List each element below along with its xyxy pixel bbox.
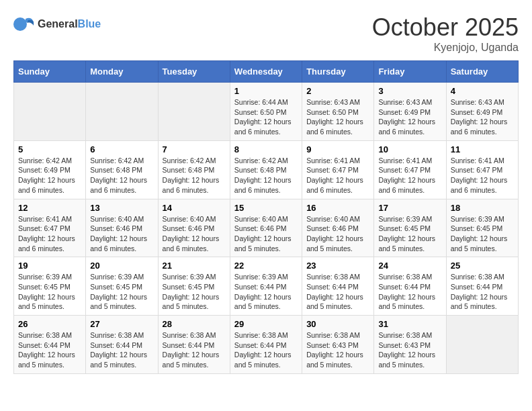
svg-point-0 bbox=[13, 17, 27, 31]
calendar-cell: 5Sunrise: 6:42 AM Sunset: 6:49 PM Daylig… bbox=[14, 140, 86, 199]
day-number: 11 bbox=[451, 144, 514, 154]
calendar-table: SundayMondayTuesdayWednesdayThursdayFrid… bbox=[13, 60, 519, 374]
day-number: 24 bbox=[378, 261, 441, 271]
calendar-cell: 30Sunrise: 6:38 AM Sunset: 6:43 PM Dayli… bbox=[302, 316, 374, 374]
calendar-week-row: 19Sunrise: 6:39 AM Sunset: 6:45 PM Dayli… bbox=[14, 257, 519, 316]
calendar-cell bbox=[14, 83, 86, 141]
calendar-cell: 21Sunrise: 6:39 AM Sunset: 6:45 PM Dayli… bbox=[158, 257, 230, 316]
calendar-cell: 13Sunrise: 6:40 AM Sunset: 6:46 PM Dayli… bbox=[86, 199, 158, 257]
day-number: 7 bbox=[163, 144, 226, 154]
day-number: 20 bbox=[90, 261, 153, 271]
day-info: Sunrise: 6:39 AM Sunset: 6:45 PM Dayligh… bbox=[90, 272, 153, 312]
weekday-header-thursday: Thursday bbox=[302, 61, 374, 83]
calendar-cell: 4Sunrise: 6:43 AM Sunset: 6:49 PM Daylig… bbox=[446, 83, 518, 141]
day-number: 5 bbox=[18, 144, 81, 154]
day-info: Sunrise: 6:41 AM Sunset: 6:47 PM Dayligh… bbox=[306, 156, 369, 195]
weekday-header-monday: Monday bbox=[86, 61, 158, 83]
calendar-cell: 10Sunrise: 6:41 AM Sunset: 6:47 PM Dayli… bbox=[374, 140, 446, 199]
day-info: Sunrise: 6:38 AM Sunset: 6:44 PM Dayligh… bbox=[451, 272, 514, 312]
calendar-cell: 20Sunrise: 6:39 AM Sunset: 6:45 PM Dayli… bbox=[86, 257, 158, 316]
calendar-cell: 27Sunrise: 6:38 AM Sunset: 6:44 PM Dayli… bbox=[86, 316, 158, 374]
calendar-cell: 9Sunrise: 6:41 AM Sunset: 6:47 PM Daylig… bbox=[302, 140, 374, 199]
calendar-week-row: 5Sunrise: 6:42 AM Sunset: 6:49 PM Daylig… bbox=[14, 140, 519, 199]
day-info: Sunrise: 6:43 AM Sunset: 6:50 PM Dayligh… bbox=[306, 97, 369, 137]
weekday-header-wednesday: Wednesday bbox=[230, 61, 302, 83]
calendar-week-row: 26Sunrise: 6:38 AM Sunset: 6:44 PM Dayli… bbox=[14, 316, 519, 374]
calendar-week-row: 1Sunrise: 6:44 AM Sunset: 6:50 PM Daylig… bbox=[14, 83, 519, 141]
calendar-cell: 24Sunrise: 6:38 AM Sunset: 6:44 PM Dayli… bbox=[374, 257, 446, 316]
title-section: October 2025 Kyenjojo, Uganda bbox=[372, 13, 519, 54]
calendar-cell bbox=[86, 83, 158, 141]
calendar-cell: 2Sunrise: 6:43 AM Sunset: 6:50 PM Daylig… bbox=[302, 83, 374, 141]
calendar-cell bbox=[446, 316, 518, 374]
day-info: Sunrise: 6:38 AM Sunset: 6:44 PM Dayligh… bbox=[18, 330, 81, 370]
calendar-cell: 29Sunrise: 6:38 AM Sunset: 6:44 PM Dayli… bbox=[230, 316, 302, 374]
day-info: Sunrise: 6:38 AM Sunset: 6:44 PM Dayligh… bbox=[163, 330, 226, 370]
day-number: 1 bbox=[234, 86, 298, 96]
day-number: 15 bbox=[234, 203, 298, 213]
calendar-cell: 26Sunrise: 6:38 AM Sunset: 6:44 PM Dayli… bbox=[14, 316, 86, 374]
day-info: Sunrise: 6:44 AM Sunset: 6:50 PM Dayligh… bbox=[234, 97, 298, 137]
day-info: Sunrise: 6:40 AM Sunset: 6:46 PM Dayligh… bbox=[234, 214, 298, 254]
day-info: Sunrise: 6:39 AM Sunset: 6:45 PM Dayligh… bbox=[18, 272, 81, 312]
day-info: Sunrise: 6:40 AM Sunset: 6:46 PM Dayligh… bbox=[306, 214, 369, 254]
day-number: 2 bbox=[306, 86, 369, 96]
day-number: 16 bbox=[306, 203, 369, 213]
calendar-cell: 17Sunrise: 6:39 AM Sunset: 6:45 PM Dayli… bbox=[374, 199, 446, 257]
day-number: 9 bbox=[306, 144, 369, 154]
logo-icon bbox=[13, 13, 35, 35]
calendar-cell: 14Sunrise: 6:40 AM Sunset: 6:46 PM Dayli… bbox=[158, 199, 230, 257]
calendar-cell: 31Sunrise: 6:38 AM Sunset: 6:43 PM Dayli… bbox=[374, 316, 446, 374]
day-number: 3 bbox=[378, 86, 441, 96]
day-number: 4 bbox=[451, 86, 514, 96]
day-number: 21 bbox=[163, 261, 226, 271]
day-info: Sunrise: 6:43 AM Sunset: 6:49 PM Dayligh… bbox=[378, 97, 441, 137]
month-title: October 2025 bbox=[372, 13, 519, 42]
location-title: Kyenjojo, Uganda bbox=[372, 42, 519, 54]
day-number: 6 bbox=[90, 144, 153, 154]
weekday-header-row: SundayMondayTuesdayWednesdayThursdayFrid… bbox=[14, 61, 519, 83]
calendar-cell: 1Sunrise: 6:44 AM Sunset: 6:50 PM Daylig… bbox=[230, 83, 302, 141]
day-info: Sunrise: 6:42 AM Sunset: 6:48 PM Dayligh… bbox=[163, 156, 226, 195]
calendar-week-row: 12Sunrise: 6:41 AM Sunset: 6:47 PM Dayli… bbox=[14, 199, 519, 257]
day-info: Sunrise: 6:40 AM Sunset: 6:46 PM Dayligh… bbox=[90, 214, 153, 254]
calendar-cell: 23Sunrise: 6:38 AM Sunset: 6:44 PM Dayli… bbox=[302, 257, 374, 316]
calendar-cell: 15Sunrise: 6:40 AM Sunset: 6:46 PM Dayli… bbox=[230, 199, 302, 257]
day-info: Sunrise: 6:41 AM Sunset: 6:47 PM Dayligh… bbox=[378, 156, 441, 195]
day-info: Sunrise: 6:38 AM Sunset: 6:44 PM Dayligh… bbox=[234, 330, 298, 370]
calendar-cell: 6Sunrise: 6:42 AM Sunset: 6:48 PM Daylig… bbox=[86, 140, 158, 199]
calendar-cell: 22Sunrise: 6:39 AM Sunset: 6:44 PM Dayli… bbox=[230, 257, 302, 316]
day-number: 25 bbox=[451, 261, 514, 271]
day-info: Sunrise: 6:39 AM Sunset: 6:45 PM Dayligh… bbox=[378, 214, 441, 254]
day-info: Sunrise: 6:39 AM Sunset: 6:44 PM Dayligh… bbox=[234, 272, 298, 312]
day-info: Sunrise: 6:38 AM Sunset: 6:44 PM Dayligh… bbox=[90, 330, 153, 370]
day-number: 14 bbox=[163, 203, 226, 213]
calendar-cell: 16Sunrise: 6:40 AM Sunset: 6:46 PM Dayli… bbox=[302, 199, 374, 257]
day-number: 23 bbox=[306, 261, 369, 271]
weekday-header-sunday: Sunday bbox=[14, 61, 86, 83]
day-number: 30 bbox=[306, 319, 369, 329]
day-info: Sunrise: 6:41 AM Sunset: 6:47 PM Dayligh… bbox=[18, 214, 81, 254]
day-number: 28 bbox=[163, 319, 226, 329]
day-number: 19 bbox=[18, 261, 81, 271]
day-info: Sunrise: 6:43 AM Sunset: 6:49 PM Dayligh… bbox=[451, 97, 514, 137]
day-number: 27 bbox=[90, 319, 153, 329]
day-info: Sunrise: 6:42 AM Sunset: 6:49 PM Dayligh… bbox=[18, 156, 81, 195]
day-info: Sunrise: 6:39 AM Sunset: 6:45 PM Dayligh… bbox=[163, 272, 226, 312]
day-number: 26 bbox=[18, 319, 81, 329]
calendar-cell: 19Sunrise: 6:39 AM Sunset: 6:45 PM Dayli… bbox=[14, 257, 86, 316]
calendar-cell: 3Sunrise: 6:43 AM Sunset: 6:49 PM Daylig… bbox=[374, 83, 446, 141]
day-info: Sunrise: 6:42 AM Sunset: 6:48 PM Dayligh… bbox=[234, 156, 298, 195]
logo: GeneralBlue bbox=[13, 13, 101, 35]
day-number: 31 bbox=[378, 319, 441, 329]
weekday-header-tuesday: Tuesday bbox=[158, 61, 230, 83]
day-number: 29 bbox=[234, 319, 298, 329]
calendar-cell: 18Sunrise: 6:39 AM Sunset: 6:45 PM Dayli… bbox=[446, 199, 518, 257]
calendar-cell bbox=[158, 83, 230, 141]
day-info: Sunrise: 6:40 AM Sunset: 6:46 PM Dayligh… bbox=[163, 214, 226, 254]
day-info: Sunrise: 6:42 AM Sunset: 6:48 PM Dayligh… bbox=[90, 156, 153, 195]
day-number: 13 bbox=[90, 203, 153, 213]
day-info: Sunrise: 6:38 AM Sunset: 6:43 PM Dayligh… bbox=[378, 330, 441, 370]
day-info: Sunrise: 6:41 AM Sunset: 6:47 PM Dayligh… bbox=[451, 156, 514, 195]
logo-blue: Blue bbox=[78, 18, 101, 30]
